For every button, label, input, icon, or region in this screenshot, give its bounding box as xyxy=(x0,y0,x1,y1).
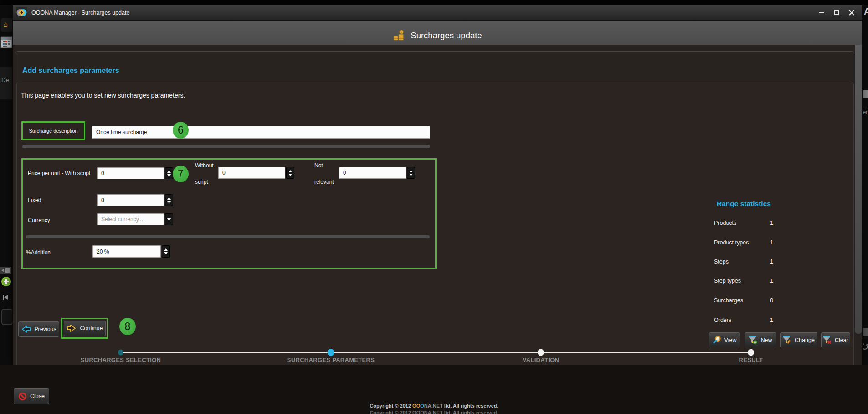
price-not-relevant-spinner[interactable] xyxy=(407,167,415,179)
price-with-script-spinner[interactable] xyxy=(165,167,173,179)
intro-text: This page enables you to set new surchar… xyxy=(21,92,185,99)
view-button[interactable]: View xyxy=(709,332,740,347)
funnel-clear-icon xyxy=(823,336,832,344)
skip-arrow-icon xyxy=(4,295,8,300)
new-filter-button[interactable]: New xyxy=(745,332,776,347)
brand-rest: NA.NET xyxy=(424,410,443,414)
prohibition-icon xyxy=(18,392,27,401)
stat-label-products: Products xyxy=(714,220,736,226)
ooona-logo-icon xyxy=(16,7,27,18)
skip-bar-icon xyxy=(3,295,4,300)
minimize-button[interactable] xyxy=(818,10,825,16)
stat-value-orders: 1 xyxy=(770,316,773,323)
step-dot-surcharges-selection xyxy=(118,350,123,356)
addition-value: 20 % xyxy=(97,248,109,255)
previous-button[interactable]: Previous xyxy=(18,321,59,337)
copyright-prefix: Copyright © 2012 xyxy=(370,410,412,414)
wizard-progress-line xyxy=(121,352,751,353)
clear-filter-button[interactable]: Clear xyxy=(821,332,850,347)
continue-button-label: Continue xyxy=(80,325,103,331)
close-button[interactable]: Close xyxy=(14,388,49,404)
brand-letter: O xyxy=(416,410,421,414)
background-dotted-divider xyxy=(863,107,868,107)
fixed-value: 0 xyxy=(101,197,104,203)
horizontal-scrollbar-fragment[interactable] xyxy=(0,267,11,274)
continue-button[interactable]: Continue xyxy=(64,321,106,336)
spin-down-icon[interactable] xyxy=(167,201,171,203)
previous-button-label: Previous xyxy=(34,326,56,332)
range-statistics-title: Range statistics xyxy=(717,200,771,208)
spin-up-icon[interactable] xyxy=(288,170,292,172)
copyright-line: Copyright © 2012 OOONA.NET ltd. All righ… xyxy=(0,403,868,409)
close-button-label: Close xyxy=(30,393,45,399)
view-button-label: View xyxy=(724,337,737,343)
funnel-change-icon xyxy=(783,336,791,344)
step-label-surcharges-parameters: SURCHARGES PARAMETERS xyxy=(287,357,375,363)
addition-spinner[interactable] xyxy=(162,245,170,258)
step-dot-validation xyxy=(538,349,544,356)
brand-letter: O xyxy=(412,403,416,409)
background-slot-fragment xyxy=(1,309,13,325)
copyright-suffix: ltd. All rights reserved. xyxy=(443,410,498,414)
scrollbar-thumb[interactable] xyxy=(5,268,10,273)
stat-value-surcharges: 0 xyxy=(770,297,773,304)
price-with-script-input[interactable]: 0 xyxy=(97,167,164,179)
page-header: Surcharges update xyxy=(13,21,862,45)
spin-up-icon[interactable] xyxy=(167,197,171,200)
dialog-titlebar[interactable]: OOONA Manager - Surcharges update xyxy=(13,5,862,21)
copyright-line-clipped: Copyright © 2012 OOONA.NET ltd. All righ… xyxy=(0,410,868,414)
scroll-left-icon[interactable] xyxy=(1,269,4,272)
add-button-fragment[interactable] xyxy=(1,277,11,286)
magnifier-icon xyxy=(713,336,721,344)
currency-label: Currency xyxy=(28,217,50,223)
spin-down-icon[interactable] xyxy=(288,174,292,176)
fixed-spinner[interactable] xyxy=(165,194,173,206)
spin-up-icon[interactable] xyxy=(167,171,171,173)
stat-value-step-types: 1 xyxy=(770,277,773,284)
arrow-right-icon xyxy=(67,324,77,332)
spin-up-icon[interactable] xyxy=(409,170,413,172)
new-filter-button-label: New xyxy=(760,337,772,343)
background-left-text: De xyxy=(1,77,9,83)
addition-input[interactable]: 20 % xyxy=(92,245,161,258)
dialog-scrollbar[interactable] xyxy=(855,45,862,334)
section-title: Add surcharges parameters xyxy=(22,67,119,75)
annotation-badge-8: 8 xyxy=(119,318,136,335)
stat-label-surcharges: Surcharges xyxy=(714,297,743,304)
currency-dropdown[interactable]: Select currency... xyxy=(97,213,164,225)
copyright-suffix: ltd. All rights reserved. xyxy=(443,403,498,409)
step-label-validation: VALIDATION xyxy=(523,357,560,363)
price-without-script-spinner[interactable] xyxy=(286,167,294,179)
screen-top-strip xyxy=(0,0,868,5)
brand-letter: O xyxy=(416,403,421,409)
refresh-icon xyxy=(861,343,868,350)
fixed-label: Fixed xyxy=(28,197,41,203)
spin-up-icon[interactable] xyxy=(164,248,168,251)
background-corner-letter: A xyxy=(864,6,868,17)
home-icon: ⌂ xyxy=(3,20,8,29)
change-filter-button[interactable]: Change xyxy=(780,332,817,347)
price-without-script-input[interactable]: 0 xyxy=(218,167,285,179)
stat-label-product-types: Product types xyxy=(714,239,749,246)
skip-to-start-fragment[interactable] xyxy=(3,295,8,300)
maximize-button[interactable] xyxy=(833,10,840,16)
step-dot-result xyxy=(748,349,754,356)
close-window-button[interactable] xyxy=(848,10,855,16)
fixed-input[interactable]: 0 xyxy=(97,194,164,206)
price-not-relevant-input[interactable]: 0 xyxy=(339,167,406,179)
brand-letter: O xyxy=(420,403,424,409)
window-title: OOONA Manager - Surcharges update xyxy=(31,10,129,16)
spin-down-icon[interactable] xyxy=(409,174,413,176)
background-calendar-tile xyxy=(0,35,13,50)
addition-label: %Addition xyxy=(26,249,51,256)
surcharge-description-label: Surcharge description xyxy=(29,128,77,134)
surcharge-description-input[interactable]: Once time surcharge xyxy=(92,126,430,139)
currency-dropdown-button[interactable] xyxy=(165,213,173,225)
brand-rest: NA.NET xyxy=(424,403,443,409)
chevron-down-icon[interactable] xyxy=(167,218,171,221)
step-label-surcharges-selection: SURCHARGES SELECTION xyxy=(81,357,161,363)
stat-label-steps: Steps xyxy=(714,259,729,265)
spin-down-icon[interactable] xyxy=(167,174,171,176)
spin-down-icon[interactable] xyxy=(164,252,168,254)
minimize-icon xyxy=(819,12,824,13)
